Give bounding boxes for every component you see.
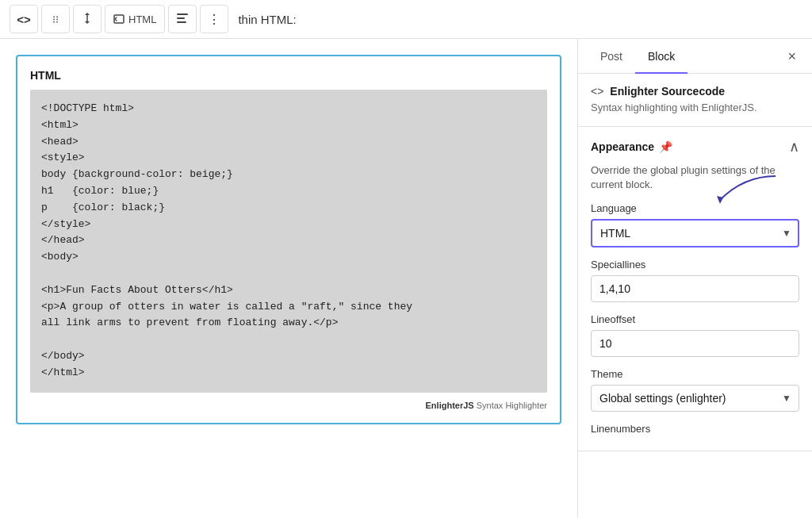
plugin-info: <> Enlighter Sourcecode Syntax highlight… <box>578 74 812 127</box>
speciallines-label: Speciallines <box>591 259 799 271</box>
main-layout: HTML <!DOCTYPE html> <html> <head> <styl… <box>0 39 812 518</box>
theme-select[interactable]: Global settings (enlighter) Enlighter Cl… <box>591 385 799 412</box>
sidebar: Post Block × <> Enlighter Sourcecode Syn… <box>578 39 812 518</box>
theme-label: Theme <box>591 368 799 380</box>
appearance-section: Appearance 📌 ∧ Override the global plugi… <box>578 127 812 451</box>
svg-rect-4 <box>177 21 186 23</box>
editor-area: HTML <!DOCTYPE html> <html> <head> <styl… <box>0 39 577 518</box>
theme-select-wrapper: Global settings (enlighter) Enlighter Cl… <box>591 385 799 412</box>
collapse-icon[interactable]: ∧ <box>789 138 799 155</box>
toolbar-title: thin HTML: <box>238 13 296 26</box>
code-icon: <> <box>17 13 31 26</box>
sidebar-tabs: Post Block × <box>578 39 812 74</box>
svg-rect-3 <box>177 17 185 19</box>
code-block-wrapper: HTML <!DOCTYPE html> <html> <head> <styl… <box>16 55 561 424</box>
align-icon <box>177 13 188 25</box>
code-editor[interactable]: <!DOCTYPE html> <html> <head> <style> bo… <box>30 90 547 393</box>
tab-post[interactable]: Post <box>588 39 635 74</box>
html-button[interactable]: HTML <box>105 5 165 33</box>
code-button[interactable]: <> <box>10 5 38 33</box>
language-label: Language <box>591 202 799 214</box>
close-button[interactable]: × <box>781 43 802 70</box>
speciallines-input[interactable] <box>591 275 799 302</box>
appearance-title: Appearance 📌 <box>591 140 672 153</box>
html-btn-label: HTML <box>128 13 156 25</box>
syntax-highlighter-text: Syntax Highlighter <box>477 401 547 410</box>
svg-rect-2 <box>177 13 188 15</box>
arrows-icon <box>82 12 93 27</box>
language-field-wrapper: Language HTML CSS JavaScript PHP Python … <box>591 202 799 247</box>
appearance-header: Appearance 📌 ∧ <box>591 138 799 155</box>
linenumbers-label: Linenumbers <box>591 423 799 435</box>
html-block-icon <box>113 13 124 25</box>
lineoffset-input[interactable] <box>591 330 799 357</box>
plugin-icon: <> <box>591 85 603 98</box>
enlighterjs-brand: EnlighterJS <box>426 401 474 410</box>
language-select-wrapper: HTML CSS JavaScript PHP Python ▼ <box>591 219 799 247</box>
appearance-description: Override the global plugin settings of t… <box>591 163 799 192</box>
plugin-title: Enlighter Sourcecode <box>610 85 725 98</box>
enlighterjs-footer: EnlighterJS Syntax Highlighter <box>30 401 547 410</box>
block-label: HTML <box>30 69 547 82</box>
plugin-description: Syntax highlighting with EnlighterJS. <box>591 101 799 115</box>
toolbar: <> ⁝⁝ HTML ⋮ thin HTML: <box>0 0 812 39</box>
arrows-button[interactable] <box>73 5 102 33</box>
grid-icon: ⁝⁝ <box>52 13 59 25</box>
language-select[interactable]: HTML CSS JavaScript PHP Python <box>591 219 799 247</box>
pin-icon: 📌 <box>659 140 672 153</box>
lineoffset-label: Lineoffset <box>591 313 799 325</box>
align-button[interactable] <box>168 5 197 33</box>
plugin-info-header: <> Enlighter Sourcecode <box>591 85 799 98</box>
grid-button[interactable]: ⁝⁝ <box>41 5 70 33</box>
more-icon: ⋮ <box>208 12 221 27</box>
tab-block[interactable]: Block <box>635 39 688 74</box>
more-options-button[interactable]: ⋮ <box>200 5 228 33</box>
